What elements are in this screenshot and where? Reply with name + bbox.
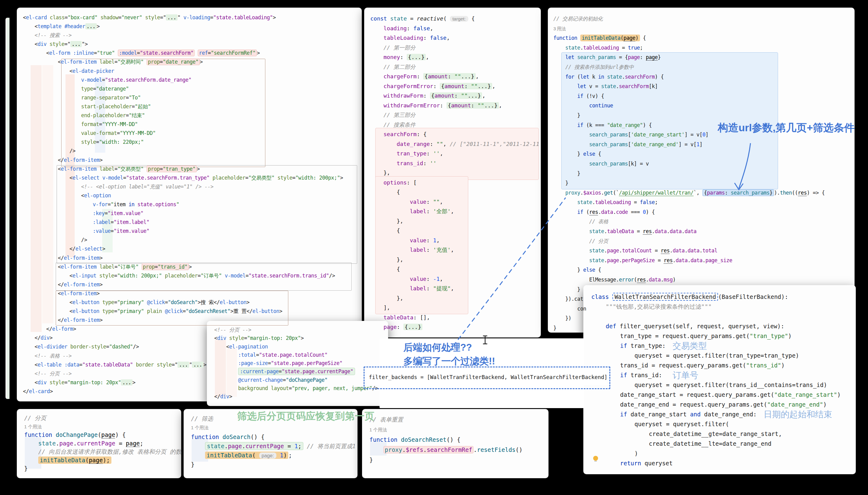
code-line: tran_type: '', <box>370 149 535 158</box>
code-token: "date_range_start" <box>774 391 837 398</box>
code-line: // 交易记录的初始化 <box>553 14 849 24</box>
code-line: // 搜索条件 <box>370 120 535 130</box>
code-token: </ <box>46 326 52 332</box>
code-token: return <box>620 460 641 466</box>
code-token: : <box>427 246 433 253</box>
code-token: = <box>160 59 163 65</box>
code-token: :key <box>93 210 105 216</box>
code-token: : <box>440 102 447 108</box>
code-token: date_range_start <box>627 411 690 417</box>
code-token: el-form <box>52 326 73 332</box>
code-token: trans_id <box>397 160 423 167</box>
code-token: { <box>424 73 428 80</box>
code-line: chargeFormError: {amount: ""...}, <box>370 81 535 91</box>
code-token: prop <box>148 166 160 172</box>
card-state[interactable]: const state = reactive( target: {loading… <box>364 7 541 338</box>
code-token: "item.value" <box>108 210 144 216</box>
code-token: search_params <box>589 141 628 148</box>
code-line: } <box>553 169 849 179</box>
card-pagination-popup[interactable]: <!-- 分页 --><div style="margin-top: 20px"… <box>207 321 388 406</box>
code-token: = <box>208 50 211 56</box>
code-token: : <box>397 324 403 330</box>
code-token: placeholder <box>165 273 198 279</box>
annotation-build-url[interactable]: 构造url参数,第几页+筛选条件 <box>718 122 854 134</box>
code-token: "width: 220px;" <box>99 139 144 145</box>
card-do-search-reset[interactable]: // 表单重置1 个用法function doSearchReset() {pr… <box>362 409 549 478</box>
code-token: queryset = queryset.filter( <box>634 421 729 427</box>
code-token: = <box>111 219 114 225</box>
code-line: // 表单重置 <box>369 414 541 425</box>
code-token: } <box>577 267 583 273</box>
card-do-change-page[interactable]: // 分页1 个用法function doChangePage(page) {s… <box>17 409 181 478</box>
code-token: , <box>440 276 443 282</box>
code-token: -1 <box>433 276 440 282</box>
code-token: tableLoading <box>583 45 619 51</box>
code-token <box>47 14 50 20</box>
filter-backends-strip[interactable]: filter_backends = [WalletTranFilterBacke… <box>364 366 610 389</box>
code-token: = <box>115 166 118 172</box>
code-token: // 向后台发送请求并获取数据,修改 表格和分页 的数据. <box>38 448 181 455</box>
code-token: {...} <box>405 324 421 330</box>
code-token: /api/shipper/wallet/tran/ <box>619 190 693 196</box>
code-token: "doSearchReset" <box>186 308 231 314</box>
code-token: "item.value" <box>114 228 149 234</box>
code-token: in <box>598 74 604 80</box>
code-token: function <box>24 431 52 438</box>
code-token: style <box>50 41 65 47</box>
code-token: : <box>427 285 433 292</box>
annotation-backend-question-line1[interactable]: 后端如何处理?? <box>403 342 472 353</box>
code-token: res <box>798 190 807 196</box>
code-token: : { <box>417 131 427 137</box>
code-token <box>97 59 100 65</box>
card-init-table-data[interactable]: // 交易记录的初始化3 用法function initTableData(pa… <box>548 7 854 332</box>
code-token: = <box>105 210 108 216</box>
code-token: (` <box>613 190 619 196</box>
code-token: loading <box>384 25 407 32</box>
code-token: "" <box>461 92 468 99</box>
code-line: // 表格 <box>553 217 849 227</box>
code-token: : <box>454 92 461 99</box>
code-token <box>97 166 100 172</box>
code-token: state <box>607 74 622 80</box>
code-line: chargeForm: {amount: ""...}, <box>370 72 535 81</box>
code-token <box>604 74 607 80</box>
code-token <box>67 344 70 350</box>
code-token: amount <box>451 102 471 108</box>
code-token: < <box>35 344 38 350</box>
code-token: total <box>702 248 717 254</box>
code-line: state.page.totalCount = res.data.data.to… <box>553 246 849 256</box>
code-token: > <box>229 393 232 399</box>
code-token: = <box>652 248 661 254</box>
code-token <box>99 175 102 181</box>
code-token: </ <box>58 157 64 163</box>
code-token <box>133 362 136 368</box>
card-python-filter[interactable]: class WalletTranSearchFilterBackend(Base… <box>583 285 856 474</box>
code-token: let <box>565 54 574 60</box>
code-token: date_range_end = request.query_params.ge… <box>620 401 767 408</box>
code-token: "state.searchForm.tran_type" <box>126 175 210 181</box>
code-line: if (!v) { <box>553 91 849 101</box>
code-token: ( <box>85 457 89 463</box>
annotation-backend-question-line2[interactable]: 多编写了一个过滤类!! <box>403 356 495 367</box>
code-token: el-form-item <box>61 264 97 270</box>
code-token: page_size <box>705 257 732 263</box>
code-token: el-button <box>72 308 99 314</box>
code-token: , <box>492 83 496 89</box>
code-token: ... <box>121 379 132 386</box>
code-line: { <box>370 226 535 236</box>
code-token: '' <box>430 160 436 167</box>
code-token: el-select <box>75 246 102 252</box>
annotation-reset-to-first-page[interactable]: 筛选后分页页码应恢复到第一页 <box>237 411 374 422</box>
code-token: <!-- 分页 --> <box>214 327 251 333</box>
code-token: 1 <box>280 452 283 459</box>
code-line: search_params[k] = v <box>553 159 849 169</box>
code-token: "date_range" <box>607 122 643 128</box>
code-line: /> <box>23 147 356 155</box>
code-token: get <box>604 190 613 196</box>
code-token: = <box>183 308 186 314</box>
code-token <box>144 308 147 314</box>
code-token: . <box>598 209 601 215</box>
code-token: "dashed" <box>109 344 133 350</box>
code-token: }, <box>397 295 403 301</box>
code-token: < <box>69 299 72 305</box>
